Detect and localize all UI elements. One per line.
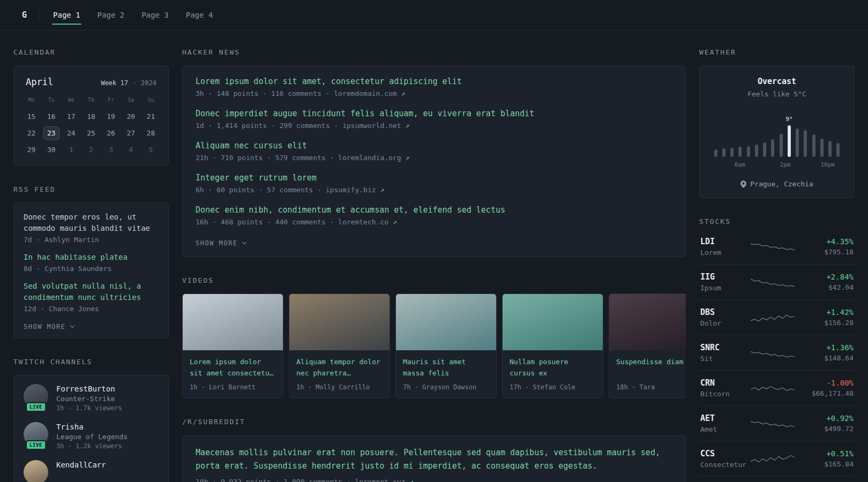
twitch-channel-game: League of Legends: [56, 433, 128, 441]
video-card[interactable]: Aliquam tempor dolor nec pharetra… 1h · …: [289, 293, 390, 398]
calendar-week-year: Week 17 · 2024: [101, 78, 156, 87]
calendar-title: CALENDAR: [13, 48, 169, 56]
stock-row[interactable]: AET Amet +0.92% $499.72: [699, 405, 855, 441]
hn-item: Donec imperdiet augue tincidunt felis al…: [196, 109, 672, 130]
calendar-dow: Mo: [21, 94, 41, 107]
stock-values: +4.35% $795.18: [824, 237, 854, 256]
video-title-link[interactable]: Suspendisse diam: [616, 356, 686, 379]
video-card[interactable]: Suspendisse diam 18h · Tara: [609, 293, 686, 398]
hn-item-domain[interactable]: ipsumworld.net ↗: [342, 122, 409, 130]
rss-show-more-label: SHOW MORE: [24, 323, 66, 330]
stock-row[interactable]: CCS Consectetur +0.51% $165.84: [699, 441, 855, 476]
rss-show-more-button[interactable]: SHOW MORE: [24, 323, 74, 330]
video-thumbnail[interactable]: [609, 294, 686, 350]
hn-item-meta: 21h · 710 points · 579 comments · loreml…: [196, 154, 672, 162]
hn-item: Lorem ipsum dolor sit amet, consectetur …: [196, 77, 672, 97]
calendar-day-selected: 23: [41, 126, 61, 140]
stock-price: $156.28: [824, 319, 854, 327]
hn-item-link[interactable]: Donec enim nibh, condimentum et accumsan…: [196, 205, 672, 215]
video-card[interactable]: Nullam posuere cursus ex 17h · Stefan Co…: [502, 293, 603, 398]
calendar-day: 30: [41, 142, 61, 157]
video-title-link[interactable]: Mauris sit amet massa felis: [403, 356, 489, 379]
calendar-day: 20: [121, 109, 141, 124]
hn-item-link[interactable]: Donec imperdiet augue tincidunt felis al…: [196, 109, 672, 118]
rss-item-link[interactable]: Donec tempor eros leo, ut commodo mauris…: [24, 212, 159, 234]
calendar-day-next-month: 1: [61, 142, 81, 157]
stock-id: CCS Consectetur: [700, 449, 751, 469]
video-card[interactable]: Lorem ipsum dolor sit amet consectetu… 1…: [182, 293, 283, 398]
twitch-channel-info: KendallCarr: [56, 460, 106, 469]
subreddit-post-link[interactable]: Maecenas mollis pulvinar erat non posuer…: [196, 446, 672, 473]
twitch-channel-row[interactable]: LIVE ForrestBurton Counter-Strike 1h · 1…: [24, 384, 159, 412]
video-body: Lorem ipsum dolor sit amet consectetu… 1…: [183, 350, 283, 398]
video-thumbnail[interactable]: [503, 294, 603, 350]
tab-page-3[interactable]: Page 3: [140, 7, 170, 22]
video-title-link[interactable]: Lorem ipsum dolor sit amet consectetu…: [190, 356, 276, 379]
calendar-day: 18: [81, 109, 101, 124]
stocks-title: STOCKS: [699, 217, 855, 225]
hn-item-domain[interactable]: loremtech.co ↗: [338, 218, 397, 226]
hn-item-domain[interactable]: loremlandia.org ↗: [338, 154, 409, 162]
stock-price: $66,171.48: [812, 389, 854, 397]
video-card[interactable]: Mauris sit amet massa felis 7h · Grayson…: [395, 293, 497, 398]
twitch-channel-name[interactable]: Trisha: [56, 423, 128, 431]
twitch-channel-name[interactable]: KendallCarr: [56, 461, 106, 469]
stock-sparkline: [751, 310, 795, 326]
twitch-channel-row[interactable]: KendallCarr: [24, 460, 159, 482]
stock-row[interactable]: LDI Lorem +4.35% $795.18: [699, 235, 855, 264]
calendar-day: 29: [21, 142, 41, 157]
rss-item-meta: 7d · Ashlyn Martin: [24, 236, 159, 244]
video-title-link[interactable]: Nullam posuere cursus ex: [510, 356, 596, 379]
twitch-widget: TWITCH CHANNELS LIVE ForrestBurton Count…: [13, 358, 169, 482]
calendar-day-next-month: 4: [121, 142, 141, 157]
stock-row[interactable]: IIG Ipsum +2.84% $42.04: [699, 264, 855, 299]
stock-row[interactable]: CRN Bitcorn -1.00% $66,171.48: [699, 370, 855, 405]
twitch-channel-row[interactable]: LIVE Trisha League of Legends 3h · 1.2k …: [24, 422, 159, 450]
video-thumbnail[interactable]: [183, 294, 283, 350]
weather-title: WEATHER: [699, 48, 855, 56]
stock-sparkline: [751, 345, 795, 361]
calendar-day: 27: [121, 126, 141, 140]
hn-item-link[interactable]: Aliquam nec cursus elit: [196, 141, 672, 150]
stock-change: +1.36%: [824, 343, 854, 352]
stock-row[interactable]: DBS Dolor +1.42% $156.28: [699, 299, 855, 335]
stock-row[interactable]: AHS +0.46%: [699, 476, 855, 482]
hn-item-meta: 16h · 468 points · 440 comments · loremt…: [196, 218, 672, 226]
hn-item-link[interactable]: Lorem ipsum dolor sit amet, consectetur …: [196, 77, 672, 86]
tab-page-4[interactable]: Page 4: [185, 7, 214, 22]
stock-name: Consectetur: [700, 461, 751, 469]
hn-item-link[interactable]: Integer eget rutrum lorem: [196, 173, 672, 183]
twitch-avatar-wrap: LIVE: [24, 384, 48, 409]
stock-name: Ipsum: [700, 284, 751, 292]
hn-show-more-button[interactable]: SHOW MORE: [196, 239, 246, 247]
stock-change: +4.35%: [824, 237, 854, 246]
video-thumbnail[interactable]: [289, 294, 390, 350]
calendar-dow: Tu: [41, 94, 61, 107]
weather-condition: Overcast: [708, 77, 845, 86]
rss-item-link[interactable]: In hac habitasse platea: [24, 252, 159, 263]
stock-row[interactable]: SNRC Sit +1.36% $148.64: [699, 335, 855, 370]
hn-item-domain[interactable]: ipsumify.biz ↗: [326, 186, 385, 194]
video-title-link[interactable]: Aliquam tempor dolor nec pharetra…: [296, 356, 383, 379]
middle-column: HACKER NEWS Lorem ipsum dolor sit amet, …: [182, 48, 686, 482]
stock-change: -1.00%: [812, 379, 854, 387]
stock-change: +2.84%: [826, 273, 854, 281]
twitch-channel-viewers: 1h · 1.7k viewers: [56, 404, 122, 412]
tab-page-2[interactable]: Page 2: [96, 7, 126, 22]
rss-item-link[interactable]: Sed volutpat nulla nisl, a condimentum n…: [24, 281, 159, 303]
chevron-down-icon: [242, 240, 246, 244]
video-thumbnail[interactable]: [396, 294, 496, 350]
calendar-dow: We: [61, 94, 81, 107]
stock-sparkline: [751, 416, 795, 432]
hackernews-title: HACKER NEWS: [182, 48, 686, 56]
twitch-channel-name[interactable]: ForrestBurton: [56, 385, 122, 393]
hn-item-domain[interactable]: loremdomain.com ↗: [334, 89, 405, 97]
external-link-icon: ↗: [393, 218, 397, 226]
rss-card: Donec tempor eros leo, ut commodo mauris…: [13, 202, 169, 338]
tab-page-1[interactable]: Page 1: [52, 7, 81, 22]
hn-item: Aliquam nec cursus elit 21h · 710 points…: [196, 141, 672, 162]
calendar-dow: Fr: [101, 94, 121, 107]
subreddit-post-domain[interactable]: loremnet.xyz ↗: [355, 478, 414, 482]
calendar-day-next-month: 5: [141, 142, 161, 157]
calendar-day: 28: [141, 126, 161, 140]
